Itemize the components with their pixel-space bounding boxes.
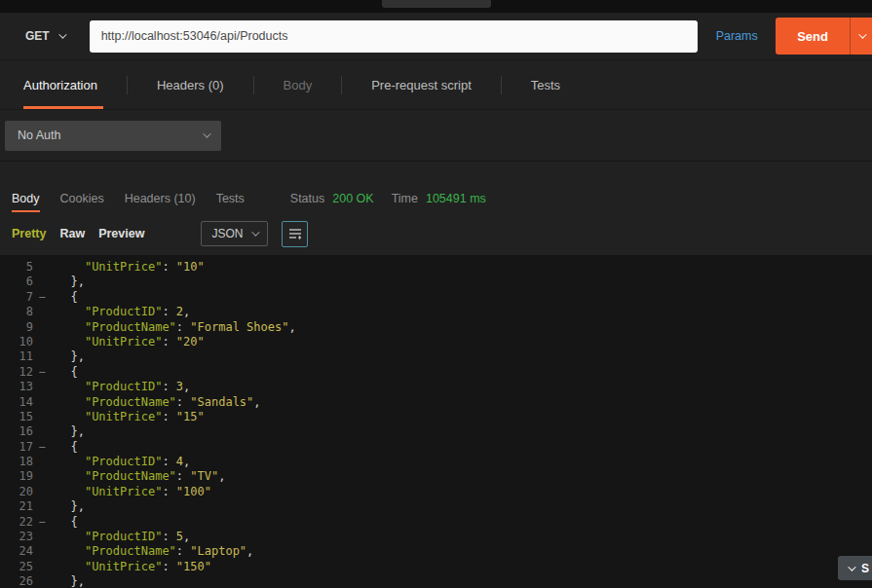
code-line: 14 "ProductName": "Sandals", (0, 395, 872, 410)
fold-spacer (33, 560, 51, 574)
response-tab-cookies[interactable]: Cookies (60, 185, 104, 212)
top-handle[interactable] (382, 0, 491, 8)
format-dropdown[interactable]: JSON (201, 221, 268, 246)
fold-toggle[interactable]: − (33, 365, 51, 380)
code-line: 15 "UnitPrice": "15" (0, 410, 872, 424)
code-line: 13 "ProductID": 3, (0, 380, 872, 394)
auth-type-value: No Auth (18, 129, 60, 142)
code-text: "UnitPrice": "15" (51, 410, 205, 424)
code-text: "UnitPrice": "10" (51, 260, 205, 275)
time-value: 105491 ms (426, 192, 486, 205)
bottom-right-toggle[interactable]: S (838, 556, 872, 580)
code-text: { (51, 290, 78, 305)
view-pretty[interactable]: Pretty (12, 227, 46, 240)
line-number: 26 (0, 574, 33, 588)
panel-gap (0, 162, 872, 185)
line-number: 15 (0, 410, 33, 424)
tab-tests[interactable]: Tests (502, 60, 589, 109)
bottom-right-toggle-label: S (861, 562, 869, 575)
fold-spacer (33, 305, 51, 319)
code-text: }, (51, 499, 85, 514)
fold-spacer (33, 455, 51, 469)
send-label: Send (776, 18, 850, 55)
line-number: 16 (0, 424, 33, 439)
chevron-down-icon (848, 563, 855, 570)
params-button[interactable]: Params (698, 29, 776, 43)
fold-spacer (33, 335, 51, 349)
response-tabs: Body Cookies Headers (10) Tests Status 2… (0, 185, 872, 212)
code-line: 6 }, (0, 275, 872, 289)
send-options-button[interactable] (851, 18, 872, 55)
code-line: 24 "ProductName": "Laptop", (0, 544, 872, 559)
code-line: 12− { (0, 365, 872, 380)
code-line: 17− { (0, 440, 872, 455)
wrap-lines-button[interactable] (282, 221, 308, 247)
code-text: "UnitPrice": "100" (51, 485, 211, 499)
method-dropdown[interactable]: GET (25, 29, 64, 43)
code-text: }, (51, 349, 85, 364)
tab-prerequest-script[interactable]: Pre-request script (342, 60, 501, 109)
method-label: GET (25, 29, 50, 43)
fold-spacer (33, 320, 51, 335)
response-tab-tests[interactable]: Tests (216, 185, 245, 212)
authorization-panel: No Auth (0, 110, 872, 162)
request-tabs: Authorization Headers (0) Body Pre-reque… (0, 60, 872, 110)
fold-spacer (33, 275, 51, 289)
view-preview[interactable]: Preview (98, 227, 144, 240)
line-number: 9 (0, 320, 33, 335)
code-line: 26 }, (0, 574, 872, 588)
fold-spacer (33, 485, 51, 499)
response-body-editor[interactable]: 5 "UnitPrice": "10"6 },7− {8 "ProductID"… (0, 255, 872, 588)
status-value: 200 OK (332, 192, 373, 205)
code-line: 11 }, (0, 349, 872, 364)
fold-toggle[interactable]: − (33, 440, 51, 455)
chevron-down-icon (203, 129, 210, 137)
code-text: { (51, 440, 78, 455)
request-builder: GET Params Send (0, 13, 872, 60)
code-text: "UnitPrice": "150" (51, 560, 211, 574)
fold-toggle[interactable]: − (33, 290, 51, 305)
line-number: 11 (0, 349, 33, 364)
line-number: 18 (0, 455, 33, 469)
code-line: 9 "ProductName": "Formal Shoes", (0, 320, 872, 335)
code-text: "ProductID": 3, (51, 380, 190, 394)
code-text: }, (51, 275, 85, 289)
auth-type-dropdown[interactable]: No Auth (5, 121, 221, 151)
tab-body[interactable]: Body (254, 60, 342, 109)
code-line: 23 "ProductID": 5, (0, 530, 872, 544)
line-number: 10 (0, 335, 33, 349)
response-tab-body[interactable]: Body (12, 185, 40, 212)
fold-spacer (33, 410, 51, 424)
line-number: 24 (0, 544, 33, 559)
response-view-controls: Pretty Raw Preview JSON (0, 212, 872, 255)
url-input[interactable] (90, 20, 699, 53)
code-line: 5 "UnitPrice": "10" (0, 260, 872, 275)
code-text: "ProductName": "Sandals", (51, 395, 261, 410)
code-text: { (51, 515, 78, 530)
code-line: 20 "UnitPrice": "100" (0, 485, 872, 499)
chevron-down-icon (58, 30, 66, 38)
fold-toggle[interactable]: − (33, 515, 51, 530)
code-line: 18 "ProductID": 4, (0, 455, 872, 469)
postman-window: GET Params Send Authorization Headers (0… (0, 0, 872, 588)
tab-headers[interactable]: Headers (0) (128, 60, 253, 109)
chevron-down-icon (252, 228, 260, 236)
fold-spacer (33, 395, 51, 410)
line-number: 23 (0, 530, 33, 544)
fold-spacer (33, 530, 51, 544)
fold-spacer (33, 469, 51, 484)
time-label: Time (392, 192, 418, 205)
line-number: 20 (0, 485, 33, 499)
line-number: 17 (0, 440, 33, 455)
response-tab-headers[interactable]: Headers (10) (125, 185, 196, 212)
view-raw[interactable]: Raw (59, 227, 85, 240)
code-line: 10 "UnitPrice": "20" (0, 335, 872, 349)
line-number: 7 (0, 290, 33, 305)
code-text: "UnitPrice": "20" (51, 335, 205, 349)
code-line: 22− { (0, 515, 872, 530)
send-button[interactable]: Send (776, 18, 872, 55)
code-line: 19 "ProductName": "TV", (0, 469, 872, 484)
fold-spacer (33, 574, 51, 588)
code-line: 8 "ProductID": 2, (0, 305, 872, 319)
tab-authorization[interactable]: Authorization (0, 60, 127, 109)
